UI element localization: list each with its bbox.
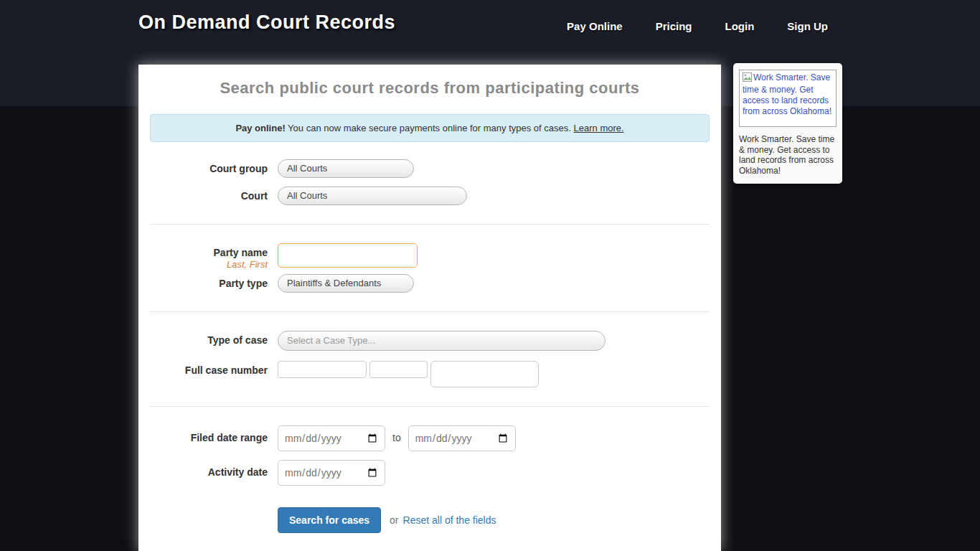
broken-image-icon bbox=[743, 72, 752, 85]
case-number-row: Full case number bbox=[150, 361, 721, 387]
party-name-input[interactable] bbox=[278, 243, 418, 268]
case-type-label: Type of case bbox=[150, 331, 268, 351]
main-nav: Pay Online Pricing Login Sign Up bbox=[567, 20, 828, 32]
activity-date-label: Activity date bbox=[150, 460, 268, 486]
party-type-row: Party type Plaintiffs & Defendants bbox=[150, 274, 721, 293]
divider bbox=[150, 406, 710, 407]
filed-date-row: Filed date range to bbox=[150, 425, 721, 451]
activity-date-input[interactable] bbox=[278, 460, 385, 486]
court-group-label: Court group bbox=[150, 159, 268, 178]
nav-login[interactable]: Login bbox=[725, 20, 755, 32]
case-number-label: Full case number bbox=[150, 361, 268, 387]
party-name-hint: Last, First bbox=[150, 259, 268, 270]
actions-row: Search for cases or Reset all of the fie… bbox=[278, 507, 721, 533]
court-row: Court All Courts bbox=[150, 187, 721, 205]
party-name-label: Party name Last, First bbox=[150, 243, 268, 270]
activity-date-row: Activity date bbox=[150, 460, 721, 486]
site-title: On Demand Court Records bbox=[138, 11, 395, 34]
pay-online-alert: Pay online! You can now make secure paym… bbox=[150, 114, 710, 142]
alert-bold-text: Pay online! bbox=[235, 123, 285, 133]
learn-more-link[interactable]: Learn more. bbox=[574, 123, 624, 133]
party-name-label-text: Party name bbox=[150, 247, 268, 258]
case-number-part3-input[interactable] bbox=[430, 361, 539, 387]
case-type-placeholder: Select a Case Type... bbox=[287, 335, 375, 346]
reset-fields-link[interactable]: Reset all of the fields bbox=[403, 514, 496, 526]
or-text: or bbox=[390, 514, 398, 526]
divider bbox=[150, 311, 710, 312]
search-panel: Search public court records from partici… bbox=[138, 65, 721, 551]
search-for-cases-button[interactable]: Search for cases bbox=[278, 507, 381, 533]
court-group-row: Court group All Courts bbox=[150, 159, 721, 178]
court-select[interactable]: All Courts bbox=[278, 187, 467, 205]
court-group-select[interactable]: All Courts bbox=[278, 159, 414, 178]
promo-image-alt-text: Work Smarter. Save time & money. Get acc… bbox=[743, 72, 831, 116]
search-form: Court group All Courts Court All Courts … bbox=[138, 142, 721, 533]
nav-pricing[interactable]: Pricing bbox=[656, 20, 692, 32]
alert-text: You can now make secure payments online … bbox=[286, 123, 574, 133]
case-type-select[interactable]: Select a Case Type... bbox=[278, 331, 606, 351]
case-number-part1-input[interactable] bbox=[278, 361, 367, 378]
nav-pay-online[interactable]: Pay Online bbox=[567, 20, 623, 32]
court-value: All Courts bbox=[287, 190, 327, 201]
case-type-row: Type of case Select a Case Type... bbox=[150, 331, 721, 351]
promo-caption: Work Smarter. Save time & money. Get acc… bbox=[739, 134, 837, 176]
promo-broken-image[interactable]: Work Smarter. Save time & money. Get acc… bbox=[739, 70, 837, 127]
nav-sign-up[interactable]: Sign Up bbox=[787, 20, 828, 32]
promo-widget: Work Smarter. Save time & money. Get acc… bbox=[733, 63, 842, 184]
filed-date-start-input[interactable] bbox=[278, 425, 385, 451]
divider bbox=[150, 224, 710, 225]
party-type-value: Plaintiffs & Defendants bbox=[287, 278, 381, 288]
court-label: Court bbox=[150, 187, 268, 205]
party-name-row: Party name Last, First bbox=[150, 243, 721, 270]
court-group-value: All Courts bbox=[287, 163, 327, 174]
party-type-label: Party type bbox=[150, 274, 268, 293]
party-type-select[interactable]: Plaintiffs & Defendants bbox=[278, 274, 414, 293]
to-text: to bbox=[392, 425, 401, 443]
case-number-part2-input[interactable] bbox=[369, 361, 428, 378]
filed-date-end-input[interactable] bbox=[408, 425, 516, 451]
page-title: Search public court records from partici… bbox=[138, 65, 721, 108]
filed-date-label: Filed date range bbox=[150, 425, 268, 451]
